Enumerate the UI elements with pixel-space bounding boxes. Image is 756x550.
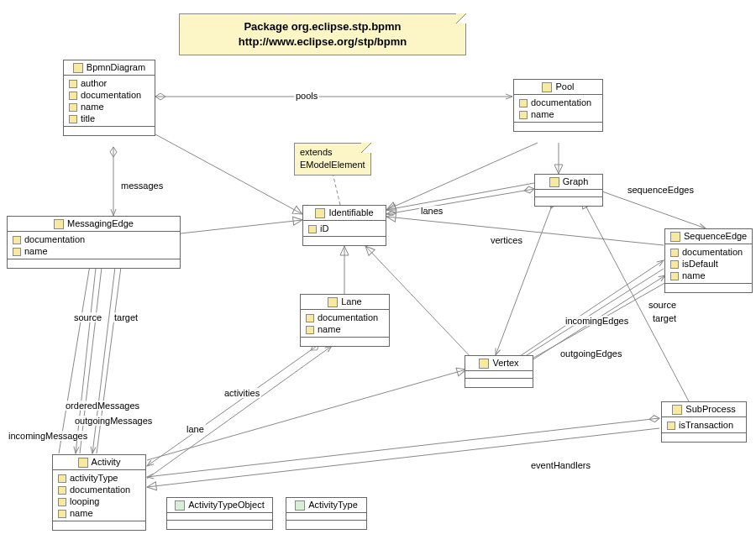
class-activitytype-name: ActivityType [308,500,358,510]
attr: documentation [301,312,389,323]
edge-label-pools: pools [294,91,319,101]
class-bpmndiagram: BpmnDiagram author documentation name ti… [63,60,155,136]
attr: documentation [64,89,155,101]
class-pool-name: Pool [555,81,574,92]
class-activitytypeobject-name: ActivityTypeObject [188,500,264,510]
svg-line-22 [517,260,664,358]
class-activitytype: ActivityType [286,497,367,530]
svg-line-19 [147,346,332,479]
class-vertex-name: Vertex [492,358,518,368]
attr: name [64,101,155,113]
class-messagingedge-name: MessagingEdge [67,218,134,228]
edge-label-source-seq: source [647,300,678,310]
attr: title [64,113,155,124]
edge-label-outgoingedges: outgoingEdges [559,348,623,359]
class-identifiable-name: Identifiable [328,207,373,217]
svg-line-18 [147,344,319,466]
svg-line-9 [386,217,664,245]
class-activity-name: Activity [92,457,121,467]
edge-label-outgoingmessages: outgoingMessages [73,416,154,426]
attr: looping [53,495,145,507]
svg-line-4 [155,134,302,214]
svg-line-20 [517,269,664,361]
class-sequenceedge: SequenceEdge documentation isDefault nam… [664,228,753,293]
class-pool: Pool documentation name [513,79,603,132]
attr: documentation [8,233,180,245]
svg-line-7 [496,199,554,355]
attr: name [301,323,389,335]
svg-line-8 [386,183,534,210]
edge-label-activities: activities [223,388,261,398]
attr: documentation [514,97,602,108]
class-lane-name: Lane [341,296,361,306]
svg-line-2 [386,143,538,210]
svg-line-5 [181,220,302,233]
class-sequenceedge-name: SequenceEdge [684,231,747,241]
edge-label-target-msg: target [113,312,139,322]
class-lane: Lane documentation name [300,294,390,347]
svg-line-26 [147,428,659,487]
edge-label-incomingedges: incomingEdges [564,316,630,326]
package-note-line1: Package org.eclipse.stp.bpmn [188,19,457,34]
edge-label-lanes: lanes [419,206,444,216]
class-graph-name: Graph [563,176,589,186]
class-subprocess-name: SubProcess [685,404,735,414]
attr: name [53,507,145,519]
attr: name [8,245,180,257]
edge-label-messages: messages [119,181,165,191]
class-identifiable: Identifiable iD [302,205,386,246]
edge-label-eventhandlers: eventHandlers [529,460,592,470]
edge-label-sequenceedges: sequenceEdges [626,185,696,195]
attr: documentation [665,246,752,258]
attr: activityType [53,472,145,484]
class-bpmndiagram-name: BpmnDiagram [87,62,145,72]
package-note: Package org.eclipse.stp.bpmn http://www.… [179,13,466,55]
attr: name [514,108,602,120]
package-note-line2: http://www.eclipse.org/stp/bpmn [188,34,457,50]
attr: name [665,270,752,281]
edge-label-vertices: vertices [489,235,524,245]
attr: isTransaction [662,419,746,431]
edge-label-orderedmessages: orderedMessages [64,401,141,411]
attr: documentation [53,484,145,495]
attr: iD [303,223,386,234]
edge-label-source-msg: source [72,312,103,322]
class-subprocess: SubProcess isTransaction [661,401,747,443]
class-activitytypeobject: ActivityTypeObject [166,497,273,530]
svg-line-24 [147,369,466,460]
attr: author [64,77,155,89]
edge-label-lane: lane [185,424,206,434]
extends-note: extends EModelElement [294,143,371,175]
class-graph: Graph [534,174,603,207]
attr: isDefault [665,258,752,270]
class-messagingedge: MessagingEdge documentation name [7,216,181,269]
edge-label-target-seq: target [651,313,678,323]
edge-label-incomingmessages: incomingMessages [7,431,89,441]
class-activity: Activity activityType documentation loop… [52,454,146,531]
class-vertex: Vertex [465,355,533,388]
